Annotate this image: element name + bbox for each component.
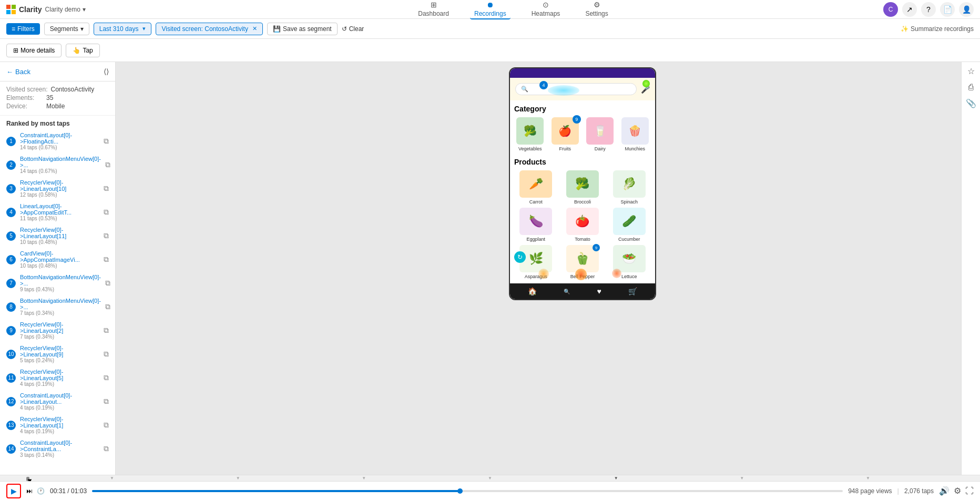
products-title: Products xyxy=(514,158,651,166)
item-expand-icon[interactable]: ⧉ xyxy=(105,160,110,169)
sidebar-item[interactable]: 11 RecyclerView[0]->LinearLayout[5] 4 ta… xyxy=(0,366,115,390)
product-label: Lettuce xyxy=(621,274,637,279)
time-display: 00:31 / 01:03 xyxy=(50,487,87,495)
category-item[interactable]: 🥛 Dairy xyxy=(584,117,616,151)
sidebar-item[interactable]: 1 ConstraintLayout[0]->FloatingActi... 1… xyxy=(0,129,115,153)
sidebar-item[interactable]: 10 RecyclerView[0]->LinearLayout[9] 5 ta… xyxy=(0,342,115,366)
nav-item-heatmaps[interactable]: ⊙ Heatmaps xyxy=(527,0,565,19)
item-count: 3 taps (0.14%) xyxy=(20,452,99,458)
play-button[interactable]: ▶ xyxy=(6,484,21,498)
date-filter-tag[interactable]: Last 310 days ▾ xyxy=(94,23,152,35)
phone-search-area: 4 🔍 🎤 xyxy=(510,78,655,100)
bag-nav-icon: 🛒 xyxy=(628,287,637,295)
item-expand-icon[interactable]: ⧉ xyxy=(104,444,109,453)
item-expand-icon[interactable]: ⧉ xyxy=(104,373,109,382)
item-name: BottomNavigationMenuView[0]->... xyxy=(20,156,101,168)
star-icon[interactable]: ☆ xyxy=(967,66,975,76)
category-item[interactable]: 🍎9 Fruits xyxy=(549,117,581,151)
user-icon[interactable]: 👤 xyxy=(959,2,974,17)
item-expand-icon[interactable]: ⧉ xyxy=(104,231,109,240)
clear-icon: ↺ xyxy=(342,25,347,33)
product-item[interactable]: 🫑9 Bell Pepper xyxy=(561,245,605,279)
category-label: Munchies xyxy=(625,146,645,151)
notification-icon[interactable]: C xyxy=(883,2,898,17)
nav-item-recordings[interactable]: ⏺ Recordings xyxy=(470,0,511,19)
refresh-icon[interactable]: ↻ xyxy=(514,251,526,263)
item-name: RecyclerView[0]->LinearLayout[5] xyxy=(20,369,99,381)
volume-icon[interactable]: 🔊 xyxy=(939,486,950,496)
category-item[interactable]: 🍿 Munchies xyxy=(619,117,651,151)
item-expand-icon[interactable]: ⧉ xyxy=(104,184,109,193)
save-segment-button[interactable]: 💾 Save as segment xyxy=(267,23,338,35)
item-expand-icon[interactable]: ⧉ xyxy=(104,350,109,359)
sidebar-item[interactable]: 6 CardView[0]->AppCompatImageVi... 10 ta… xyxy=(0,248,115,271)
item-count: 7 taps (0.34%) xyxy=(20,334,99,340)
back-icon: ← xyxy=(6,68,13,76)
sidebar-item[interactable]: 14 ConstraintLayout[0]->ConstraintLa... … xyxy=(0,437,115,461)
sidebar-item[interactable]: 2 BottomNavigationMenuView[0]->... 14 ta… xyxy=(0,153,115,177)
sidebar-item[interactable]: 5 RecyclerView[0]->LinearLayout[11] 10 t… xyxy=(0,224,115,248)
scroll-marker-2: ▼ xyxy=(236,476,240,481)
category-image: 🍎9 xyxy=(552,117,579,145)
product-item[interactable]: 🥒 Cucumber xyxy=(607,208,651,242)
svg-rect-2 xyxy=(6,10,11,14)
item-expand-icon[interactable]: ⧉ xyxy=(104,137,109,146)
filters-button[interactable]: ≡ Filters xyxy=(6,23,40,35)
item-expand-icon[interactable]: ⧉ xyxy=(104,397,109,406)
share-icon[interactable]: ↗ xyxy=(902,2,917,17)
sidebar-item[interactable]: 9 RecyclerView[0]->LinearLayout[2] 7 tap… xyxy=(0,319,115,342)
item-text: RecyclerView[0]->LinearLayout[2] 7 taps … xyxy=(20,321,99,340)
collapse-sidebar-button[interactable]: ⟨⟩ xyxy=(104,67,109,76)
sidebar-header: ← Back ⟨⟩ xyxy=(0,62,115,81)
clear-button[interactable]: ↺ Clear xyxy=(342,25,364,33)
item-expand-icon[interactable]: ⧉ xyxy=(104,326,109,335)
sidebar-item[interactable]: 7 BottomNavigationMenuView[0]->... 9 tap… xyxy=(0,271,115,295)
summarize-recordings[interactable]: ✨ Summarize recordings xyxy=(901,25,974,33)
category-item[interactable]: 🥦 Vegetables xyxy=(514,117,546,151)
product-item[interactable]: 🥦 Broccoli xyxy=(561,170,605,205)
video-progress-bar[interactable] xyxy=(92,490,843,492)
tap-button[interactable]: 👆 Tap xyxy=(66,44,99,57)
sidebar-item[interactable]: 13 RecyclerView[0]->LinearLayout[1] 4 ta… xyxy=(0,413,115,437)
segments-button[interactable]: Segments ▾ xyxy=(44,23,89,35)
clip-icon[interactable]: 📎 xyxy=(966,98,976,108)
item-number: 7 xyxy=(6,279,16,288)
help-icon[interactable]: ? xyxy=(921,2,936,17)
category-image: 🥦 xyxy=(516,117,544,145)
main-layout: ← Back ⟨⟩ Visited screen: ContosoActivit… xyxy=(0,62,980,475)
more-details-button[interactable]: ⊞ More details xyxy=(6,44,62,57)
item-number: 4 xyxy=(6,208,16,217)
item-count: 4 taps (0.19%) xyxy=(20,428,99,434)
product-item[interactable]: 🥕 Carrot xyxy=(514,170,558,205)
item-count: 4 taps (0.19%) xyxy=(20,381,99,387)
visited-screen-filter-tag[interactable]: Visited screen: ContosoActivity ✕ xyxy=(156,23,263,35)
ranked-by-label: Ranked by most taps xyxy=(0,116,115,129)
product-item[interactable]: ↻🌿 Asparagus xyxy=(514,245,558,279)
item-expand-icon[interactable]: ⧉ xyxy=(105,302,110,311)
visited-filter-close-icon[interactable]: ✕ xyxy=(252,25,257,32)
sidebar-item[interactable]: 8 BottomNavigationMenuView[0]->... 7 tap… xyxy=(0,295,115,319)
skip-back-icon[interactable]: ⏭ xyxy=(26,487,33,495)
item-expand-icon[interactable]: ⧉ xyxy=(105,279,110,288)
chevron-down-icon[interactable]: ▾ xyxy=(83,6,86,13)
item-expand-icon[interactable]: ⧉ xyxy=(104,208,109,217)
nav-item-dashboard[interactable]: ⊞ Dashboard xyxy=(414,0,453,19)
product-item[interactable]: 🥗 Lettuce xyxy=(607,245,651,279)
sidebar-item[interactable]: 3 RecyclerView[0]->LinearLayout[10] 12 t… xyxy=(0,177,115,200)
back-button[interactable]: ← Back xyxy=(6,68,30,76)
settings-video-icon[interactable]: ⚙ xyxy=(954,486,961,496)
doc-icon[interactable]: 📄 xyxy=(940,2,955,17)
fullscreen-icon[interactable]: ⛶ xyxy=(965,486,974,496)
sidebar-item[interactable]: 12 ConstraintLayout[0]->LinearLayout... … xyxy=(0,390,115,413)
item-expand-icon[interactable]: ⧉ xyxy=(104,255,109,264)
product-item[interactable]: 🍅 Tomato xyxy=(561,208,605,242)
nav-item-settings[interactable]: ⚙ Settings xyxy=(581,0,612,19)
sidebar-item[interactable]: 4 LinearLayout[0]->AppCompatEditT... 11 … xyxy=(0,200,115,224)
clock-icon: 🕐 xyxy=(37,487,45,495)
progress-thumb[interactable] xyxy=(457,488,463,494)
share-right-icon[interactable]: ⎙ xyxy=(968,83,974,92)
product-item[interactable]: 🥬 Spinach xyxy=(607,170,651,205)
product-item[interactable]: 🍆 Eggplant xyxy=(514,208,558,242)
item-expand-icon[interactable]: ⧉ xyxy=(104,421,109,430)
date-filter-close-icon[interactable]: ▾ xyxy=(142,25,146,32)
